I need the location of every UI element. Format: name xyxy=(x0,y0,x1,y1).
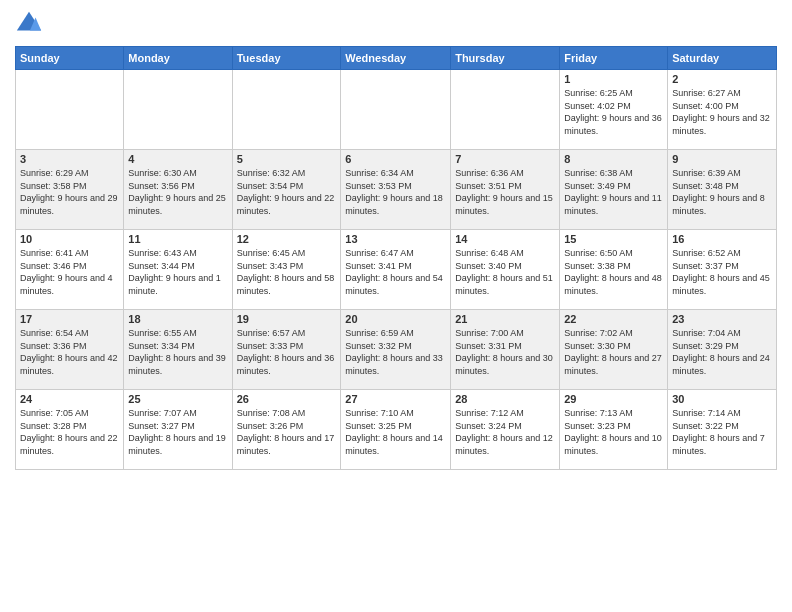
day-info: Sunrise: 6:41 AM Sunset: 3:46 PM Dayligh… xyxy=(20,247,119,297)
day-number: 14 xyxy=(455,233,555,245)
calendar-cell: 4Sunrise: 6:30 AM Sunset: 3:56 PM Daylig… xyxy=(124,150,232,230)
calendar-cell: 24Sunrise: 7:05 AM Sunset: 3:28 PM Dayli… xyxy=(16,390,124,470)
calendar-cell: 22Sunrise: 7:02 AM Sunset: 3:30 PM Dayli… xyxy=(560,310,668,390)
calendar-cell: 29Sunrise: 7:13 AM Sunset: 3:23 PM Dayli… xyxy=(560,390,668,470)
calendar-cell: 6Sunrise: 6:34 AM Sunset: 3:53 PM Daylig… xyxy=(341,150,451,230)
header xyxy=(15,10,777,38)
day-number: 20 xyxy=(345,313,446,325)
day-info: Sunrise: 7:00 AM Sunset: 3:31 PM Dayligh… xyxy=(455,327,555,377)
day-number: 21 xyxy=(455,313,555,325)
calendar-page: SundayMondayTuesdayWednesdayThursdayFrid… xyxy=(0,0,792,612)
day-info: Sunrise: 7:07 AM Sunset: 3:27 PM Dayligh… xyxy=(128,407,227,457)
logo xyxy=(15,10,47,38)
calendar-cell: 1Sunrise: 6:25 AM Sunset: 4:02 PM Daylig… xyxy=(560,70,668,150)
calendar-cell: 11Sunrise: 6:43 AM Sunset: 3:44 PM Dayli… xyxy=(124,230,232,310)
day-number: 28 xyxy=(455,393,555,405)
calendar-cell xyxy=(16,70,124,150)
day-info: Sunrise: 6:39 AM Sunset: 3:48 PM Dayligh… xyxy=(672,167,772,217)
calendar-cell xyxy=(451,70,560,150)
day-info: Sunrise: 6:25 AM Sunset: 4:02 PM Dayligh… xyxy=(564,87,663,137)
calendar-cell: 17Sunrise: 6:54 AM Sunset: 3:36 PM Dayli… xyxy=(16,310,124,390)
day-info: Sunrise: 6:30 AM Sunset: 3:56 PM Dayligh… xyxy=(128,167,227,217)
logo-icon xyxy=(15,10,43,38)
calendar-cell xyxy=(124,70,232,150)
day-number: 23 xyxy=(672,313,772,325)
day-info: Sunrise: 6:34 AM Sunset: 3:53 PM Dayligh… xyxy=(345,167,446,217)
day-number: 3 xyxy=(20,153,119,165)
day-number: 17 xyxy=(20,313,119,325)
day-number: 12 xyxy=(237,233,337,245)
calendar-cell: 26Sunrise: 7:08 AM Sunset: 3:26 PM Dayli… xyxy=(232,390,341,470)
day-info: Sunrise: 6:59 AM Sunset: 3:32 PM Dayligh… xyxy=(345,327,446,377)
day-number: 26 xyxy=(237,393,337,405)
day-number: 25 xyxy=(128,393,227,405)
calendar-cell: 20Sunrise: 6:59 AM Sunset: 3:32 PM Dayli… xyxy=(341,310,451,390)
day-info: Sunrise: 6:36 AM Sunset: 3:51 PM Dayligh… xyxy=(455,167,555,217)
calendar-day-header: Sunday xyxy=(16,47,124,70)
day-number: 22 xyxy=(564,313,663,325)
day-info: Sunrise: 6:45 AM Sunset: 3:43 PM Dayligh… xyxy=(237,247,337,297)
calendar-cell: 3Sunrise: 6:29 AM Sunset: 3:58 PM Daylig… xyxy=(16,150,124,230)
day-info: Sunrise: 7:13 AM Sunset: 3:23 PM Dayligh… xyxy=(564,407,663,457)
day-info: Sunrise: 7:08 AM Sunset: 3:26 PM Dayligh… xyxy=(237,407,337,457)
day-info: Sunrise: 6:38 AM Sunset: 3:49 PM Dayligh… xyxy=(564,167,663,217)
day-info: Sunrise: 6:27 AM Sunset: 4:00 PM Dayligh… xyxy=(672,87,772,137)
calendar-day-header: Thursday xyxy=(451,47,560,70)
day-info: Sunrise: 6:55 AM Sunset: 3:34 PM Dayligh… xyxy=(128,327,227,377)
calendar-cell: 28Sunrise: 7:12 AM Sunset: 3:24 PM Dayli… xyxy=(451,390,560,470)
day-number: 5 xyxy=(237,153,337,165)
calendar-cell: 19Sunrise: 6:57 AM Sunset: 3:33 PM Dayli… xyxy=(232,310,341,390)
day-info: Sunrise: 7:05 AM Sunset: 3:28 PM Dayligh… xyxy=(20,407,119,457)
calendar-week-row: 3Sunrise: 6:29 AM Sunset: 3:58 PM Daylig… xyxy=(16,150,777,230)
calendar-cell: 10Sunrise: 6:41 AM Sunset: 3:46 PM Dayli… xyxy=(16,230,124,310)
calendar-cell: 21Sunrise: 7:00 AM Sunset: 3:31 PM Dayli… xyxy=(451,310,560,390)
calendar-header-row: SundayMondayTuesdayWednesdayThursdayFrid… xyxy=(16,47,777,70)
day-info: Sunrise: 6:43 AM Sunset: 3:44 PM Dayligh… xyxy=(128,247,227,297)
day-info: Sunrise: 6:54 AM Sunset: 3:36 PM Dayligh… xyxy=(20,327,119,377)
day-info: Sunrise: 7:02 AM Sunset: 3:30 PM Dayligh… xyxy=(564,327,663,377)
calendar-cell: 18Sunrise: 6:55 AM Sunset: 3:34 PM Dayli… xyxy=(124,310,232,390)
day-info: Sunrise: 6:50 AM Sunset: 3:38 PM Dayligh… xyxy=(564,247,663,297)
calendar-cell: 5Sunrise: 6:32 AM Sunset: 3:54 PM Daylig… xyxy=(232,150,341,230)
day-number: 27 xyxy=(345,393,446,405)
calendar-cell: 27Sunrise: 7:10 AM Sunset: 3:25 PM Dayli… xyxy=(341,390,451,470)
day-number: 11 xyxy=(128,233,227,245)
day-number: 7 xyxy=(455,153,555,165)
day-info: Sunrise: 6:52 AM Sunset: 3:37 PM Dayligh… xyxy=(672,247,772,297)
day-number: 19 xyxy=(237,313,337,325)
calendar-cell: 8Sunrise: 6:38 AM Sunset: 3:49 PM Daylig… xyxy=(560,150,668,230)
calendar-cell: 7Sunrise: 6:36 AM Sunset: 3:51 PM Daylig… xyxy=(451,150,560,230)
calendar-cell: 13Sunrise: 6:47 AM Sunset: 3:41 PM Dayli… xyxy=(341,230,451,310)
calendar-cell: 23Sunrise: 7:04 AM Sunset: 3:29 PM Dayli… xyxy=(668,310,777,390)
day-number: 29 xyxy=(564,393,663,405)
day-number: 16 xyxy=(672,233,772,245)
day-number: 9 xyxy=(672,153,772,165)
day-number: 8 xyxy=(564,153,663,165)
calendar-day-header: Wednesday xyxy=(341,47,451,70)
day-info: Sunrise: 7:14 AM Sunset: 3:22 PM Dayligh… xyxy=(672,407,772,457)
calendar-week-row: 17Sunrise: 6:54 AM Sunset: 3:36 PM Dayli… xyxy=(16,310,777,390)
day-number: 30 xyxy=(672,393,772,405)
calendar-cell: 12Sunrise: 6:45 AM Sunset: 3:43 PM Dayli… xyxy=(232,230,341,310)
day-info: Sunrise: 6:47 AM Sunset: 3:41 PM Dayligh… xyxy=(345,247,446,297)
calendar-cell: 14Sunrise: 6:48 AM Sunset: 3:40 PM Dayli… xyxy=(451,230,560,310)
calendar-cell: 9Sunrise: 6:39 AM Sunset: 3:48 PM Daylig… xyxy=(668,150,777,230)
day-number: 6 xyxy=(345,153,446,165)
day-number: 24 xyxy=(20,393,119,405)
day-info: Sunrise: 7:10 AM Sunset: 3:25 PM Dayligh… xyxy=(345,407,446,457)
calendar-day-header: Tuesday xyxy=(232,47,341,70)
calendar-cell xyxy=(232,70,341,150)
day-info: Sunrise: 6:57 AM Sunset: 3:33 PM Dayligh… xyxy=(237,327,337,377)
day-info: Sunrise: 6:32 AM Sunset: 3:54 PM Dayligh… xyxy=(237,167,337,217)
calendar-week-row: 1Sunrise: 6:25 AM Sunset: 4:02 PM Daylig… xyxy=(16,70,777,150)
day-info: Sunrise: 6:29 AM Sunset: 3:58 PM Dayligh… xyxy=(20,167,119,217)
day-number: 13 xyxy=(345,233,446,245)
calendar-table: SundayMondayTuesdayWednesdayThursdayFrid… xyxy=(15,46,777,470)
day-number: 18 xyxy=(128,313,227,325)
calendar-day-header: Saturday xyxy=(668,47,777,70)
day-number: 4 xyxy=(128,153,227,165)
day-number: 2 xyxy=(672,73,772,85)
calendar-cell: 15Sunrise: 6:50 AM Sunset: 3:38 PM Dayli… xyxy=(560,230,668,310)
day-info: Sunrise: 7:12 AM Sunset: 3:24 PM Dayligh… xyxy=(455,407,555,457)
calendar-week-row: 24Sunrise: 7:05 AM Sunset: 3:28 PM Dayli… xyxy=(16,390,777,470)
